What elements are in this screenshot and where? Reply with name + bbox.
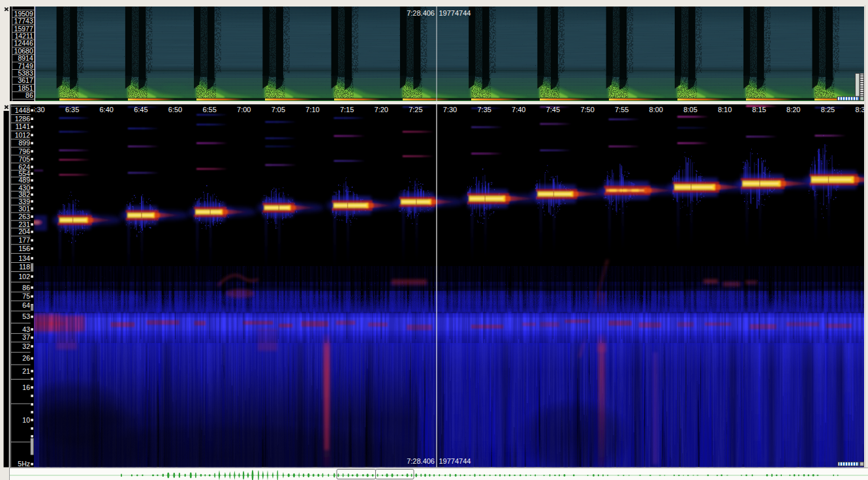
- svg-text:8:20: 8:20: [786, 106, 800, 113]
- svg-text:17743: 17743: [14, 17, 33, 25]
- svg-text:7:05: 7:05: [271, 106, 285, 113]
- svg-text:5Hz: 5Hz: [18, 460, 30, 468]
- svg-text:8:10: 8:10: [718, 106, 732, 113]
- svg-text:7:28.406: 7:28.406: [407, 9, 435, 17]
- svg-text:86: 86: [25, 91, 33, 99]
- svg-text:1448: 1448: [15, 106, 31, 114]
- svg-text:43: 43: [22, 325, 30, 333]
- svg-text:10680: 10680: [14, 47, 33, 55]
- svg-text:37: 37: [22, 333, 30, 341]
- svg-text:489: 489: [18, 176, 30, 184]
- svg-text:53: 53: [22, 312, 30, 320]
- svg-text:7:45: 7:45: [546, 106, 560, 113]
- svg-text:8:00: 8:00: [649, 106, 663, 113]
- svg-text:7:20: 7:20: [375, 106, 388, 113]
- svg-text:19509: 19509: [14, 10, 33, 18]
- svg-text:3617: 3617: [18, 76, 33, 84]
- svg-text:156: 156: [18, 245, 30, 252]
- svg-text:705: 705: [18, 155, 30, 163]
- svg-text:263: 263: [18, 213, 30, 220]
- svg-text:1286: 1286: [15, 115, 31, 123]
- svg-text:10: 10: [22, 416, 30, 424]
- svg-text:75: 75: [22, 292, 30, 300]
- svg-text:15977: 15977: [14, 25, 33, 33]
- svg-text:7:40: 7:40: [512, 106, 525, 113]
- svg-text:5383: 5383: [18, 69, 33, 77]
- svg-text:6:45: 6:45: [134, 106, 147, 113]
- svg-text:6:35: 6:35: [65, 106, 79, 113]
- svg-text:7:50: 7:50: [580, 106, 594, 113]
- svg-text:177: 177: [18, 236, 30, 244]
- svg-text:102: 102: [18, 273, 30, 280]
- svg-text:7:25: 7:25: [409, 106, 422, 113]
- svg-text:134: 134: [18, 254, 30, 262]
- svg-text:7:00: 7:00: [237, 106, 251, 113]
- svg-text:7:10: 7:10: [305, 106, 319, 113]
- svg-text:14211: 14211: [14, 32, 33, 40]
- svg-text:7:15: 7:15: [340, 106, 354, 113]
- svg-text:7149: 7149: [18, 62, 33, 70]
- svg-text:7:28.406: 7:28.406: [407, 457, 435, 465]
- svg-text:8914: 8914: [18, 54, 33, 62]
- svg-text:86: 86: [22, 284, 30, 292]
- svg-text:64: 64: [22, 301, 30, 309]
- svg-text:118: 118: [19, 263, 30, 271]
- svg-text:899: 899: [18, 139, 30, 147]
- svg-text:19774744: 19774744: [439, 9, 471, 17]
- svg-text:7:35: 7:35: [477, 106, 491, 113]
- svg-text:301: 301: [18, 205, 30, 213]
- svg-text:16: 16: [22, 383, 30, 391]
- svg-text:7:55: 7:55: [615, 106, 628, 113]
- svg-text:6:55: 6:55: [202, 106, 216, 113]
- svg-text:796: 796: [18, 147, 30, 155]
- svg-text:7:30: 7:30: [443, 106, 457, 113]
- svg-text:1141: 1141: [15, 123, 30, 130]
- svg-text:8:15: 8:15: [752, 106, 766, 113]
- svg-text:32: 32: [22, 342, 30, 350]
- svg-text:19774744: 19774744: [439, 457, 471, 465]
- svg-text:8:25: 8:25: [821, 106, 835, 113]
- svg-text:6:40: 6:40: [99, 106, 113, 113]
- svg-text:6:50: 6:50: [168, 106, 182, 113]
- svg-text:12446: 12446: [14, 39, 33, 47]
- svg-text:8:05: 8:05: [683, 106, 697, 113]
- svg-text:204: 204: [18, 228, 30, 235]
- svg-text:21: 21: [22, 367, 30, 375]
- svg-text:1012: 1012: [15, 131, 31, 139]
- svg-text:231: 231: [18, 220, 30, 228]
- svg-text:26: 26: [22, 354, 30, 362]
- svg-text:1851: 1851: [18, 84, 33, 92]
